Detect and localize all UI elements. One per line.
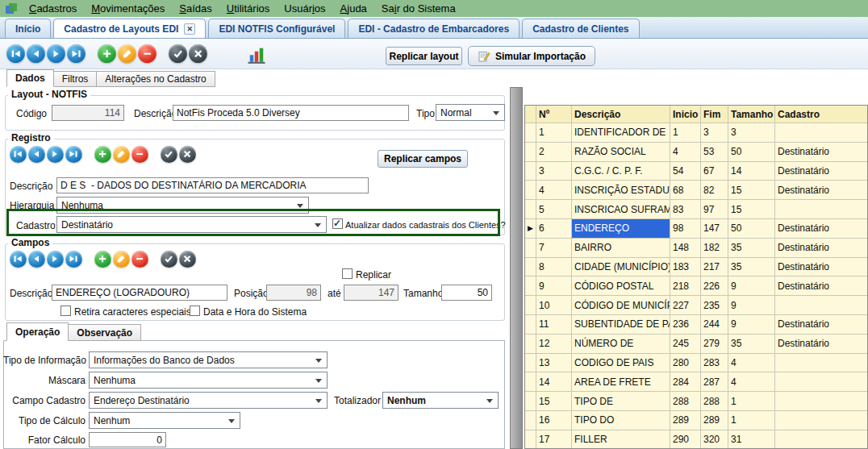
grid-row-marker[interactable] [525, 239, 536, 258]
atualizar-checkbox[interactable] [332, 218, 343, 229]
grid-cell-cadastro[interactable]: Destinatário [775, 335, 868, 354]
confirm-button[interactable] [169, 44, 187, 63]
fator-calculo-input[interactable] [89, 432, 166, 447]
grid-corner[interactable] [525, 106, 536, 123]
grid-cell-tamanho[interactable]: 3 [728, 123, 775, 143]
grid-cell-cadastro[interactable] [775, 411, 868, 430]
grid-cell-fim[interactable]: 288 [701, 392, 728, 411]
tipo-informacao-select[interactable]: Informações do Banco de Dados [89, 351, 328, 368]
grid-cell-cadastro[interactable] [775, 392, 868, 411]
replicar-layout-button[interactable]: Replicar layout [386, 47, 462, 65]
grid-cell-cadastro[interactable] [775, 123, 868, 143]
grid-cell-cadastro[interactable]: Destinatário [775, 239, 868, 258]
grid-row[interactable]: 7BAIRRO14818235Destinatário [525, 239, 867, 258]
grid-cell-fim[interactable]: 3 [701, 123, 728, 143]
grid-row[interactable]: ▶6ENDEREÇO9814750Destinatário [525, 219, 867, 239]
delete-button[interactable] [131, 251, 148, 268]
grid-cell-cadastro[interactable]: Destinatário [775, 181, 868, 200]
grid-cell-fim[interactable]: 217 [701, 258, 728, 277]
grid-cell-descricao[interactable]: CÓDIGO POSTAL [572, 276, 670, 296]
grid-cell-inicio[interactable]: 227 [670, 296, 701, 315]
grid-cell-inicio[interactable]: 98 [670, 219, 701, 239]
grid-cell-descricao[interactable]: RAZÃO SOCIAL [572, 143, 670, 162]
grid-column-header[interactable]: Cadastro [775, 106, 868, 123]
grid-row[interactable]: 1IDENTIFICADOR DE133 [525, 123, 867, 143]
grid-row-marker[interactable] [525, 392, 536, 411]
grid-cell-inicio[interactable]: 218 [670, 276, 701, 296]
tab-cadastro-de-clientes[interactable]: Cadastro de Clientes [522, 19, 639, 38]
nav-prev-button[interactable] [28, 146, 45, 163]
add-button[interactable] [94, 146, 111, 163]
menu-utilitarios[interactable]: Utilitários [219, 2, 277, 15]
confirm-button[interactable] [161, 251, 177, 268]
grid-cell-descricao[interactable]: C.G.C. / C. P. F. [572, 162, 670, 181]
grid-cell-tamanho[interactable]: 1 [728, 411, 775, 430]
grid-cell-tamanho[interactable]: 50 [728, 143, 775, 162]
nav-prev-button[interactable] [28, 251, 45, 268]
grid-cell-fim[interactable]: 182 [701, 239, 728, 258]
grid-row[interactable]: 13CODIGO DE PAIS2802834 [525, 354, 867, 373]
grid-cell-tamanho[interactable]: 9 [728, 276, 775, 296]
grid-cell-inicio[interactable]: 288 [670, 392, 701, 411]
replicar-checkbox[interactable] [342, 268, 353, 279]
grid-row-marker[interactable] [525, 162, 536, 181]
grid-row-marker[interactable] [525, 123, 536, 143]
grid-cell-inicio[interactable]: 280 [670, 354, 701, 373]
grid-cell-tamanho[interactable]: 4 [728, 372, 775, 392]
grid-row-marker[interactable] [525, 315, 536, 335]
tipo-calculo-select[interactable]: Nenhum [89, 412, 240, 429]
grid-cell-fim[interactable]: 235 [701, 296, 728, 315]
tab-close-icon[interactable]: ✕ [184, 23, 195, 35]
subtab-alteracoes-no-cadastro[interactable]: Alterações no Cadastro [96, 71, 215, 87]
add-button[interactable] [94, 251, 111, 268]
grid-cell-tamanho[interactable]: 9 [728, 315, 775, 335]
subtab-filtros[interactable]: Filtros [53, 71, 98, 87]
grid-row[interactable]: 3C.G.C. / C. P. F.546714Destinatário [525, 162, 867, 181]
grid-row-marker[interactable]: ▶ [525, 219, 536, 239]
grid-column-header[interactable]: Tamanho [728, 106, 775, 123]
grid-cell-descricao[interactable]: INSCRIÇÃO ESTADUAL [572, 181, 670, 200]
grid-cell-n[interactable]: 17 [536, 430, 572, 449]
confirm-button[interactable] [161, 146, 177, 163]
nav-first-button[interactable] [10, 146, 27, 163]
grid-cell-descricao[interactable]: BAIRRO [572, 239, 670, 258]
grid-row-marker[interactable] [525, 276, 536, 296]
grid-row[interactable]: 17FILLER29032031 [525, 430, 867, 449]
grid-cell-tamanho[interactable]: 35 [728, 239, 775, 258]
grid-row-marker[interactable] [525, 143, 536, 162]
grid-cell-n[interactable]: 4 [536, 181, 572, 200]
add-button[interactable] [98, 44, 116, 63]
grid-cell-inicio[interactable]: 54 [670, 162, 701, 181]
grid-cell-descricao[interactable]: AREA DE FRETE [572, 372, 670, 392]
optab-observacao[interactable]: Observação [68, 324, 141, 341]
grid-cell-descricao[interactable]: IDENTIFICADOR DE [572, 123, 670, 143]
retira-checkbox[interactable] [61, 306, 71, 316]
grid-cell-descricao[interactable]: NÚMERO DE [572, 335, 670, 354]
grid-cell-tamanho[interactable]: 35 [728, 258, 775, 277]
grid-cell-tamanho[interactable]: 31 [728, 430, 775, 449]
edit-button[interactable] [118, 44, 136, 63]
menu-saidas[interactable]: Saídas [172, 2, 219, 15]
tab-inicio[interactable]: Início [5, 19, 51, 38]
grid-cell-n[interactable]: 8 [536, 258, 572, 277]
grid-cell-fim[interactable]: 283 [701, 354, 728, 373]
grid-cell-n[interactable]: 14 [536, 372, 572, 392]
grid-cell-tamanho[interactable]: 35 [728, 335, 775, 354]
menu-ajuda[interactable]: Ajuda [333, 2, 374, 15]
grid-cell-inicio[interactable]: 183 [670, 258, 701, 277]
grid-cell-cadastro[interactable] [775, 430, 868, 449]
grid-cell-n[interactable]: 3 [536, 162, 572, 181]
grid-cell-cadastro[interactable] [775, 200, 868, 219]
grid-cell-inicio[interactable]: 148 [670, 239, 701, 258]
grid-cell-cadastro[interactable] [775, 372, 868, 392]
grid-row-marker[interactable] [525, 354, 536, 373]
grid-cell-descricao[interactable]: FILLER [572, 430, 670, 449]
grid-cell-cadastro[interactable]: Destinatário [775, 258, 868, 277]
grid-cell-inicio[interactable]: 68 [670, 181, 701, 200]
grid-cell-n[interactable]: 15 [536, 392, 572, 411]
grid-cell-cadastro[interactable]: Destinatário [775, 276, 868, 296]
grid-row[interactable]: 2RAZÃO SOCIAL45350Destinatário [525, 143, 867, 162]
grid-cell-n[interactable]: 7 [536, 239, 572, 258]
grid-cell-fim[interactable]: 289 [701, 411, 728, 430]
grid-cell-n[interactable]: 6 [536, 219, 572, 239]
